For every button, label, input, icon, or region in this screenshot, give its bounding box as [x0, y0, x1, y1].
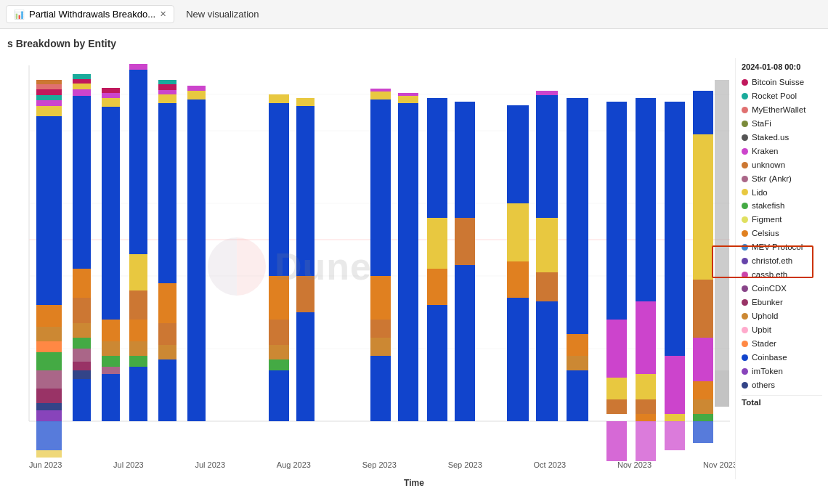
legend-item-upbit: Upbit	[742, 323, 822, 337]
legend-dot-rocket-pool	[742, 93, 748, 99]
svg-rect-32	[73, 323, 91, 338]
svg-rect-74	[370, 89, 391, 92]
legend-label-coincdx: CoinCDX	[752, 283, 787, 294]
legend-item-coinbase: Coinbase	[742, 351, 822, 365]
svg-rect-34	[73, 349, 91, 362]
legend-item-imtoken: imToken	[742, 365, 822, 378]
svg-rect-48	[129, 290, 147, 320]
legend-item-mev-protocol: MEV Protocol	[742, 240, 822, 254]
svg-rect-57	[158, 283, 176, 323]
svg-rect-83	[427, 269, 447, 305]
svg-rect-19	[36, 370, 62, 389]
svg-rect-119	[693, 421, 713, 443]
svg-rect-44	[102, 367, 120, 374]
legend-dot-stakefish	[742, 203, 748, 209]
svg-rect-66	[269, 320, 289, 345]
svg-rect-98	[606, 378, 627, 399]
svg-rect-58	[158, 323, 176, 345]
svg-rect-35	[73, 362, 91, 370]
svg-rect-47	[129, 254, 147, 290]
svg-rect-14	[36, 80, 62, 84]
x-label-2: Jul 2023	[113, 460, 144, 469]
legend-label-stafi: StaFi	[752, 118, 771, 129]
svg-rect-43	[102, 356, 120, 367]
legend-total: Total	[742, 395, 822, 407]
svg-rect-65	[269, 276, 289, 320]
svg-rect-118	[693, 414, 713, 421]
svg-rect-50	[129, 341, 147, 356]
legend-item-rocket-pool: Rocket Pool	[742, 89, 822, 103]
svg-rect-106	[636, 414, 656, 421]
svg-rect-45	[129, 69, 147, 421]
x-label-8: Nov 2023	[617, 460, 652, 469]
new-visualization-tab[interactable]: New visualization	[177, 6, 267, 23]
svg-rect-63	[269, 102, 289, 421]
svg-rect-115	[693, 338, 713, 381]
legend-dot-myetherwallet	[742, 107, 748, 113]
legend-label-cassb: cassb.eth	[752, 269, 787, 280]
legend-dot-bitcoin-suisse	[742, 79, 748, 86]
svg-rect-78	[398, 102, 418, 421]
legend-date: 2024-01-08 00:0	[742, 62, 822, 71]
svg-rect-95	[567, 356, 588, 370]
svg-rect-30	[73, 269, 91, 298]
legend-dot-cassb	[742, 272, 748, 278]
legend-item-stakefish: stakefish	[742, 199, 822, 213]
svg-rect-99	[606, 399, 627, 414]
svg-rect-77	[370, 338, 391, 356]
svg-rect-105	[636, 399, 656, 414]
svg-rect-64	[269, 94, 289, 103]
svg-rect-12	[36, 89, 62, 95]
legend-label-others: others	[752, 380, 775, 391]
svg-rect-49	[129, 320, 147, 341]
svg-rect-104	[636, 374, 656, 399]
legend-label-staked-us: Staked.us	[752, 132, 789, 143]
svg-rect-26	[73, 89, 91, 96]
legend-item-others: others	[742, 378, 822, 392]
svg-rect-41	[102, 320, 120, 341]
legend-panel: 2024-01-08 00:0 Bitcoin Suisse Rocket Po…	[735, 58, 828, 479]
legend-label-imtoken: imToken	[752, 366, 783, 377]
legend-label-rocket-pool: Rocket Pool	[752, 91, 797, 102]
svg-rect-110	[665, 414, 685, 421]
svg-rect-91	[536, 218, 558, 272]
svg-rect-90	[536, 91, 558, 95]
legend-dot-ebunker	[742, 299, 748, 306]
svg-rect-109	[665, 356, 685, 414]
legend-dot-mev-protocol	[742, 244, 748, 251]
x-label-5: Sep 2023	[362, 460, 397, 469]
svg-rect-52	[158, 102, 176, 421]
tab-partial-withdrawals[interactable]: 📊 Partial Withdrawals Breakdo... ✕	[6, 5, 174, 23]
x-axis-title: Time	[404, 478, 424, 488]
svg-rect-27	[73, 84, 91, 89]
legend-item-uphold: Uphold	[742, 309, 822, 323]
legend-item-lido: Lido	[742, 186, 822, 200]
svg-rect-40	[102, 88, 120, 93]
svg-rect-56	[158, 80, 176, 84]
svg-rect-59	[158, 345, 176, 359]
legend-dot-stafi	[742, 121, 748, 127]
legend-label-myetherwallet: MyEtherWallet	[752, 105, 805, 115]
legend-label-mev-protocol: MEV Protocol	[752, 242, 803, 253]
legend-label-ebunker: Ebunker	[752, 297, 783, 308]
legend-item-celsius: Celsius	[742, 227, 822, 240]
legend-label-coinbase: Coinbase	[752, 352, 787, 363]
legend-dot-upbit	[742, 327, 748, 333]
svg-rect-10	[36, 100, 62, 106]
legend-item-stader: Stader	[742, 337, 822, 351]
chart-title: s Breakdown by Entity	[7, 38, 116, 49]
svg-rect-75	[370, 276, 391, 320]
legend-dot-kraken	[742, 148, 748, 155]
svg-rect-103	[636, 301, 656, 374]
svg-rect-15	[36, 305, 62, 327]
svg-rect-113	[693, 134, 713, 280]
legend-label-unknown: unknown	[752, 160, 785, 171]
legend-label-stkr: Stkr (Ankr)	[752, 174, 792, 184]
svg-rect-17	[36, 341, 62, 352]
svg-rect-80	[398, 93, 418, 96]
svg-rect-117	[693, 399, 713, 414]
legend-item-stafi: StaFi	[742, 117, 822, 131]
tab-close-button[interactable]: ✕	[160, 9, 166, 19]
legend-item-unknown: unknown	[742, 158, 822, 172]
legend-item-kraken: Kraken	[742, 145, 822, 158]
